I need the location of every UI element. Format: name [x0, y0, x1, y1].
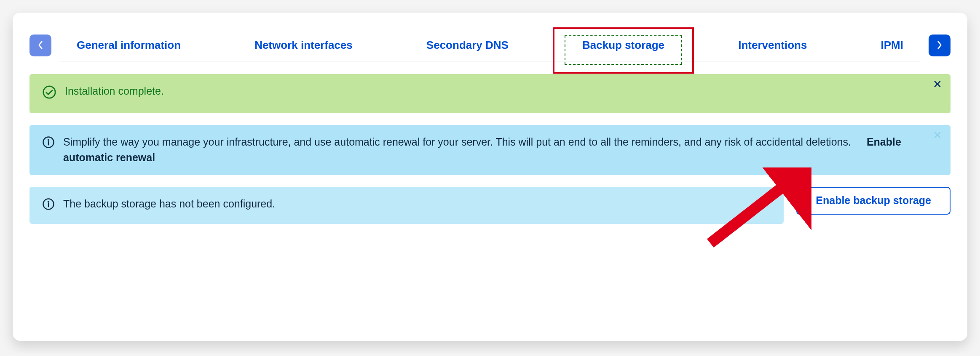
content-area: Installation complete. ✕ Simplify the wa… — [29, 74, 951, 224]
close-icon: ✕ — [933, 78, 942, 90]
alert-installation-complete: Installation complete. ✕ — [29, 74, 951, 113]
svg-point-4 — [48, 201, 49, 202]
tab-secondary-dns[interactable]: Secondary DNS — [422, 29, 513, 61]
alert-text: Installation complete. — [65, 83, 938, 99]
panel-card: General information Network interfaces S… — [13, 13, 967, 341]
alert-backup-not-configured: The backup storage has not been configur… — [29, 187, 784, 224]
tab-backup-storage[interactable]: Backup storage — [578, 29, 669, 61]
svg-point-0 — [43, 86, 55, 98]
enable-backup-storage-button[interactable]: Enable backup storage — [796, 187, 951, 215]
alert-automatic-renewal: Simplify the way you manage your infrast… — [29, 125, 951, 175]
tab-general-information[interactable]: General information — [72, 29, 185, 61]
alert-body: Simplify the way you manage your infrast… — [63, 134, 938, 166]
svg-point-2 — [48, 139, 49, 140]
info-circle-icon — [42, 198, 55, 215]
alert-close-button[interactable]: ✕ — [930, 129, 945, 141]
check-circle-icon — [42, 85, 56, 104]
backup-row: The backup storage has not been configur… — [29, 187, 951, 224]
close-icon: ✕ — [933, 129, 942, 141]
tab-network-interfaces[interactable]: Network interfaces — [250, 29, 357, 61]
info-circle-icon — [42, 136, 55, 153]
chevron-left-icon — [37, 40, 43, 51]
tab-interventions[interactable]: Interventions — [734, 29, 811, 61]
tab-ipmi[interactable]: IPMI — [877, 29, 908, 61]
alert-close-button[interactable]: ✕ — [930, 78, 945, 90]
tabs-scroll-left-button[interactable] — [29, 35, 51, 56]
alert-text: The backup storage has not been configur… — [63, 196, 771, 212]
tabs-container: General information Network interfaces S… — [60, 29, 920, 61]
tabs-scroll-right-button[interactable] — [929, 35, 951, 56]
chevron-right-icon — [937, 40, 943, 51]
tabs-row: General information Network interfaces S… — [29, 29, 951, 61]
alert-text: Simplify the way you manage your infrast… — [63, 136, 851, 148]
